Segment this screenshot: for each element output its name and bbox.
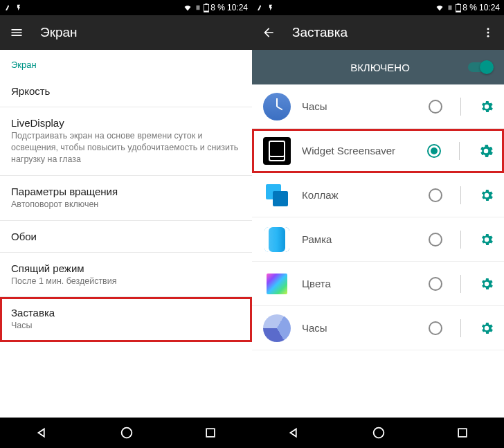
gear-icon[interactable] <box>479 276 494 292</box>
nav-bar <box>252 418 504 448</box>
frame-icon <box>263 226 291 253</box>
status-bar: 8 % 10:24 <box>0 0 252 15</box>
bolt-icon <box>15 3 22 12</box>
saver-clock-1[interactable]: Часы <box>252 84 504 129</box>
setting-brightness[interactable]: Яркость <box>0 75 252 107</box>
gear-icon[interactable] <box>478 143 494 159</box>
saver-clock-2[interactable]: Часы <box>252 306 504 350</box>
master-switch[interactable] <box>468 62 492 72</box>
back-arrow-icon[interactable] <box>262 26 276 39</box>
svg-rect-2 <box>206 3 208 5</box>
clock-time: 10:24 <box>479 3 500 12</box>
battery-percent: 8 % <box>210 3 225 12</box>
svg-rect-6 <box>449 6 452 10</box>
setting-daydream[interactable]: Заставка Часы <box>0 297 252 342</box>
app-indicator-icon <box>4 3 12 12</box>
battery-icon <box>456 3 461 12</box>
nav-home-icon[interactable] <box>119 425 134 440</box>
battery-icon <box>204 3 209 12</box>
svg-rect-8 <box>458 3 460 5</box>
colors-icon <box>263 270 291 298</box>
svg-rect-5 <box>206 429 215 437</box>
wifi-icon <box>183 3 192 12</box>
sim-icon <box>447 3 453 12</box>
setting-wallpaper[interactable]: Обои <box>0 221 252 253</box>
saver-frame[interactable]: Рамка <box>252 217 504 262</box>
svg-rect-0 <box>197 6 200 10</box>
nav-recent-icon[interactable] <box>204 426 217 440</box>
right-screen: 8 % 10:24 Заставка ВКЛЮЧЕНО Часы Widget … <box>252 0 504 448</box>
battery-percent: 8 % <box>462 3 477 12</box>
gear-icon[interactable] <box>479 232 494 247</box>
radio-button[interactable] <box>427 144 441 158</box>
master-toggle-row[interactable]: ВКЛЮЧЕНО <box>252 50 504 84</box>
radio-button[interactable] <box>429 321 442 335</box>
svg-point-4 <box>122 428 132 438</box>
nav-bar <box>0 418 252 448</box>
settings-list: Экран Яркость LiveDisplay Подстраивать э… <box>0 50 252 418</box>
clock-time: 10:24 <box>227 3 248 12</box>
overflow-menu-icon[interactable] <box>482 26 494 39</box>
svg-point-11 <box>487 32 489 34</box>
gear-icon[interactable] <box>479 321 494 336</box>
bolt-icon <box>267 3 274 12</box>
radio-button[interactable] <box>429 188 442 202</box>
nav-recent-icon[interactable] <box>456 426 469 440</box>
svg-point-12 <box>487 35 489 37</box>
cube-clock-icon <box>263 314 291 342</box>
saver-collage[interactable]: Коллаж <box>252 173 504 217</box>
svg-rect-3 <box>204 10 208 12</box>
svg-rect-14 <box>458 429 467 437</box>
nav-back-icon[interactable] <box>287 425 302 440</box>
saver-colors[interactable]: Цвета <box>252 262 504 306</box>
widget-icon <box>263 137 291 165</box>
radio-button[interactable] <box>429 233 442 247</box>
left-screen: 8 % 10:24 Экран Экран Яркость LiveDispla… <box>0 0 252 448</box>
svg-point-10 <box>487 28 489 30</box>
nav-home-icon[interactable] <box>371 425 386 440</box>
hamburger-icon[interactable] <box>10 26 24 39</box>
section-header: Экран <box>0 50 252 75</box>
svg-rect-9 <box>456 10 460 12</box>
toggle-label: ВКЛЮЧЕНО <box>264 62 468 73</box>
battery-indicator: 8 % <box>204 3 225 12</box>
gear-icon[interactable] <box>479 188 494 203</box>
collage-icon <box>263 181 291 209</box>
battery-indicator: 8 % <box>456 3 477 12</box>
page-title: Экран <box>40 25 78 40</box>
setting-rotation[interactable]: Параметры вращения Автоповорот включен <box>0 176 252 221</box>
page-title: Заставка <box>292 25 348 40</box>
gear-icon[interactable] <box>479 99 494 114</box>
wifi-icon <box>435 3 444 12</box>
setting-sleep[interactable]: Спящий режим После 1 мин. бездействия <box>0 253 252 298</box>
radio-button[interactable] <box>429 277 442 291</box>
radio-button[interactable] <box>429 100 442 114</box>
nav-back-icon[interactable] <box>35 425 50 440</box>
setting-livedisplay[interactable]: LiveDisplay Подстраивать экран на основе… <box>0 107 252 176</box>
app-bar: Экран <box>0 15 252 50</box>
clock-icon <box>263 93 291 120</box>
svg-point-13 <box>374 428 384 438</box>
app-indicator-icon <box>256 3 264 12</box>
sim-icon <box>195 3 201 12</box>
app-bar: Заставка <box>252 15 504 50</box>
saver-widget-screensaver[interactable]: Widget Screensaver <box>252 129 504 173</box>
status-bar: 8 % 10:24 <box>252 0 504 15</box>
screensaver-list: Часы Widget Screensaver Коллаж Рамка <box>252 84 504 418</box>
